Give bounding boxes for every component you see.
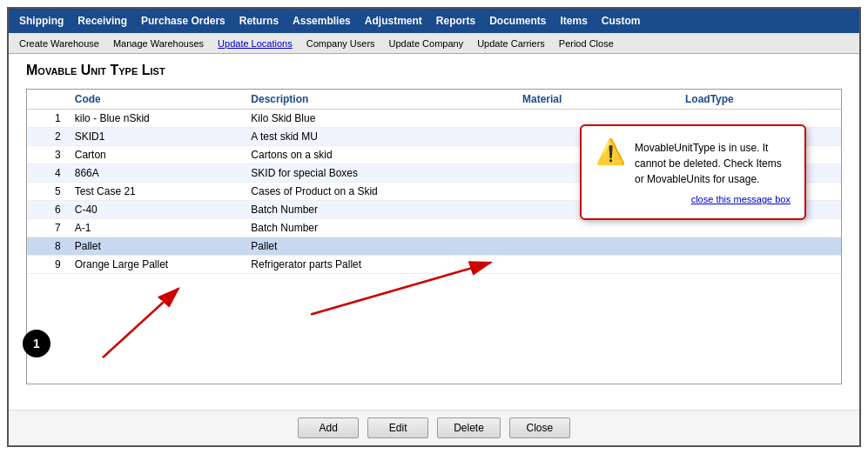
nav-custom[interactable]: Custom — [595, 10, 648, 31]
col-header-description: Description — [244, 90, 515, 110]
cell-code: C-40 — [68, 201, 245, 219]
top-navigation: Shipping Receiving Purchase Orders Retur… — [9, 9, 859, 33]
nav-reports[interactable]: Reports — [429, 10, 482, 31]
bottom-toolbar: Add Edit Delete Close — [9, 410, 859, 445]
cell-code: kilo - Blue nSkid — [68, 110, 245, 128]
cell-code: SKID1 — [68, 128, 245, 146]
cell-loadtype — [678, 237, 841, 256]
cell-description: Batch Number — [244, 219, 515, 237]
nav-shipping[interactable]: Shipping — [12, 10, 71, 31]
col-header-material: Material — [515, 90, 678, 110]
cell-code: Carton — [68, 146, 245, 164]
cell-num: 9 — [27, 256, 68, 274]
warning-icon: ⚠️ — [595, 140, 626, 164]
col-header-loadtype: LoadType — [678, 90, 841, 110]
cell-num: 7 — [27, 219, 68, 237]
cell-description: SKID for special Boxes — [244, 164, 515, 183]
subnav-update-company[interactable]: Update Company — [382, 36, 471, 51]
nav-returns[interactable]: Returns — [232, 10, 286, 31]
subnav-update-locations[interactable]: Update Locations — [211, 36, 299, 51]
cell-code: Test Case 21 — [68, 183, 245, 201]
col-header-num — [27, 90, 68, 110]
nav-receiving[interactable]: Receiving — [71, 10, 134, 31]
cell-description: Kilo Skid Blue — [244, 110, 515, 128]
message-box-header: ⚠️ MovableUnitType is in use. It cannot … — [595, 140, 791, 187]
cell-num: 6 — [27, 201, 68, 219]
circle-badge-1: 1 — [23, 330, 50, 357]
nav-documents[interactable]: Documents — [482, 10, 553, 31]
cell-description: Cases of Product on a Skid — [244, 183, 515, 201]
cell-num: 4 — [27, 164, 68, 183]
cell-code: 866A — [68, 164, 245, 183]
table-row[interactable]: 7 A-1 Batch Number — [27, 219, 841, 237]
delete-button[interactable]: Delete — [437, 417, 501, 438]
nav-purchase-orders[interactable]: Purchase Orders — [134, 10, 232, 31]
error-message-box: ⚠️ MovableUnitType is in use. It cannot … — [580, 124, 806, 220]
data-table-container: Code Description Material LoadType 1 kil… — [26, 89, 842, 384]
cell-num: 2 — [27, 128, 68, 146]
subnav-period-close[interactable]: Period Close — [552, 36, 621, 51]
subnav-company-users[interactable]: Company Users — [299, 36, 382, 51]
nav-adjustment[interactable]: Adjustment — [358, 10, 429, 31]
cell-description: Refrigerator parts Pallet — [244, 256, 515, 274]
cell-code: Pallet — [68, 237, 245, 256]
cell-num: 3 — [27, 146, 68, 164]
cell-num: 8 — [27, 237, 68, 256]
cell-description: Pallet — [244, 237, 515, 256]
edit-button[interactable]: Edit — [367, 417, 428, 438]
cell-description: A test skid MU — [244, 128, 515, 146]
main-frame: Shipping Receiving Purchase Orders Retur… — [7, 7, 861, 447]
cell-num: 5 — [27, 183, 68, 201]
cell-description: Batch Number — [244, 201, 515, 219]
cell-material — [515, 256, 678, 274]
col-header-code: Code — [68, 90, 245, 110]
sub-navigation: Create Warehouse Manage Warehouses Updat… — [9, 33, 859, 54]
cell-code: A-1 — [68, 219, 245, 237]
nav-items[interactable]: Items — [553, 10, 594, 31]
close-message-link[interactable]: close this message box — [595, 194, 791, 204]
subnav-create-warehouse[interactable]: Create Warehouse — [12, 36, 106, 51]
cell-material — [515, 237, 678, 256]
main-content: Movable Unit Type List Code Description … — [9, 54, 859, 410]
cell-material — [515, 219, 678, 237]
nav-assemblies[interactable]: Assemblies — [286, 10, 358, 31]
svg-line-1 — [103, 289, 178, 358]
cell-loadtype — [678, 256, 841, 274]
cell-description: Cartons on a skid — [244, 146, 515, 164]
subnav-manage-warehouses[interactable]: Manage Warehouses — [106, 36, 211, 51]
add-button[interactable]: Add — [298, 417, 359, 438]
subnav-update-carriers[interactable]: Update Carriers — [470, 36, 552, 51]
table-row[interactable]: 9 Orange Large Pallet Refrigerator parts… — [27, 256, 841, 274]
page-title: Movable Unit Type List — [26, 63, 842, 78]
cell-loadtype — [678, 219, 841, 237]
close-button[interactable]: Close — [509, 417, 570, 438]
table-row[interactable]: 8 Pallet Pallet — [27, 237, 841, 256]
cell-num: 1 — [27, 110, 68, 128]
message-box-text: MovableUnitType is in use. It cannot be … — [635, 140, 791, 187]
cell-code: Orange Large Pallet — [68, 256, 245, 274]
